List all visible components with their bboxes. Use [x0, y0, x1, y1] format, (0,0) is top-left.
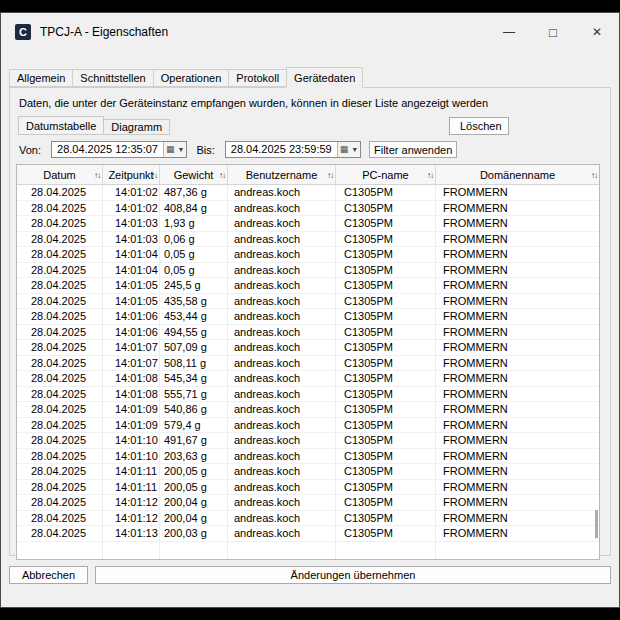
subtab-diagramm[interactable]: Diagramm	[103, 119, 170, 135]
bis-datetime-dropdown[interactable]: ▦ ▼	[337, 142, 360, 157]
table-cell: C1305PM	[336, 263, 436, 278]
column-header-domaenenname[interactable]: Domänenname↑↓	[436, 165, 599, 184]
table-cell: FROMMERN	[436, 387, 599, 402]
tab-schnittstellen[interactable]: Schnittstellen	[72, 69, 153, 87]
vertical-scrollbar[interactable]	[595, 510, 598, 538]
table-row[interactable]: 28.04.202514:01:02408,84 gandreas.kochC1…	[17, 201, 599, 217]
table-row[interactable]: 28.04.202514:01:08555,71 gandreas.kochC1…	[17, 387, 599, 403]
von-datetime-input[interactable]: 28.04.2025 12:35:07 ▦ ▼	[51, 141, 187, 158]
table-cell: 200,05 g	[160, 480, 228, 495]
table-row[interactable]: 28.04.202514:01:07507,09 gandreas.kochC1…	[17, 340, 599, 356]
close-button[interactable]: ✕	[575, 16, 619, 48]
table-row[interactable]: 28.04.202514:01:040,05 gandreas.kochC130…	[17, 263, 599, 279]
table-row[interactable]: 28.04.202514:01:11200,05 gandreas.kochC1…	[17, 480, 599, 496]
table-cell: 28.04.2025	[17, 356, 103, 371]
table-row[interactable]: 28.04.202514:01:13200,03 gandreas.kochC1…	[17, 526, 599, 542]
table-cell: FROMMERN	[436, 278, 599, 293]
table-cell: 28.04.2025	[17, 278, 103, 293]
table-cell: 435,58 g	[160, 294, 228, 309]
maximize-button[interactable]: □	[531, 16, 575, 48]
table-cell: 14:01:05	[103, 294, 160, 309]
table-cell: FROMMERN	[436, 325, 599, 340]
table-cell: 28.04.2025	[17, 480, 103, 495]
column-header-pc-name[interactable]: PC-name↑↓	[336, 165, 436, 184]
table-row[interactable]: 28.04.202514:01:040,05 gandreas.kochC130…	[17, 247, 599, 263]
table-cell: 487,36 g	[160, 185, 228, 200]
apply-changes-button[interactable]: Änderungen übernehmen	[95, 566, 611, 584]
table-cell: 540,86 g	[160, 402, 228, 417]
table-cell: 14:01:13	[103, 526, 160, 541]
table-row[interactable]: 28.04.202514:01:10203,63 gandreas.kochC1…	[17, 449, 599, 465]
filter-row: Von: 28.04.2025 12:35:07 ▦ ▼ Bis: 28.04.…	[16, 141, 604, 158]
table-cell: 14:01:12	[103, 495, 160, 510]
column-header-datum[interactable]: Datum↑↓	[17, 165, 103, 184]
table-cell: andreas.koch	[228, 464, 336, 479]
table-row[interactable]: 28.04.202514:01:05435,58 gandreas.kochC1…	[17, 294, 599, 310]
table-row[interactable]: 28.04.202514:01:11200,05 gandreas.kochC1…	[17, 464, 599, 480]
table-cell: 14:01:03	[103, 232, 160, 247]
table-cell: andreas.koch	[228, 526, 336, 541]
column-label: Domänenname	[480, 169, 555, 181]
sort-icon[interactable]: ↑↓	[151, 170, 157, 179]
column-header-benutzername[interactable]: Benutzername↑↓	[228, 165, 336, 184]
table-row[interactable]: 28.04.202514:01:09540,86 gandreas.kochC1…	[17, 402, 599, 418]
table-row[interactable]: 28.04.202514:01:12200,04 gandreas.kochC1…	[17, 511, 599, 527]
table-cell: 203,63 g	[160, 449, 228, 464]
table-cell: andreas.koch	[228, 480, 336, 495]
sort-icon[interactable]: ↑↓	[327, 170, 333, 179]
tab-geraetedaten[interactable]: Gerätedaten	[286, 67, 363, 88]
table-cell: andreas.koch	[228, 232, 336, 247]
column-header-gewicht[interactable]: Gewicht↑↓	[160, 165, 228, 184]
table-cell: 28.04.2025	[17, 201, 103, 216]
table-row[interactable]: 28.04.202514:01:030,06 gandreas.kochC130…	[17, 232, 599, 248]
tab-allgemein[interactable]: Allgemein	[9, 69, 73, 87]
sort-icon[interactable]: ↑↓	[427, 170, 433, 179]
table-cell: FROMMERN	[436, 371, 599, 386]
sort-icon[interactable]: ↑↓	[94, 170, 100, 179]
table-cell: 14:01:11	[103, 464, 160, 479]
table-cell: C1305PM	[336, 325, 436, 340]
table-cell: C1305PM	[336, 495, 436, 510]
table-row[interactable]: 28.04.202514:01:10491,67 gandreas.kochC1…	[17, 433, 599, 449]
table-row[interactable]: 28.04.202514:01:02487,36 gandreas.kochC1…	[17, 185, 599, 201]
tab-operationen[interactable]: Operationen	[153, 69, 230, 87]
table-cell: 14:01:08	[103, 387, 160, 402]
tab-protokoll[interactable]: Protokoll	[228, 69, 287, 87]
table-cell: FROMMERN	[436, 433, 599, 448]
tab-strip: AllgemeinSchnittstellenOperationenProtok…	[1, 67, 619, 87]
table-cell: 408,84 g	[160, 201, 228, 216]
von-datetime-dropdown[interactable]: ▦ ▼	[163, 142, 186, 157]
table-row[interactable]: 28.04.202514:01:06453,44 gandreas.kochC1…	[17, 309, 599, 325]
table-cell: andreas.koch	[228, 387, 336, 402]
bis-label: Bis:	[196, 144, 214, 156]
column-header-zeitpunkt[interactable]: Zeitpunkt↑↓	[103, 165, 160, 184]
table-cell: 28.04.2025	[17, 418, 103, 433]
minimize-button[interactable]: —	[487, 16, 531, 48]
table-row[interactable]: 28.04.202514:01:05245,5 gandreas.kochC13…	[17, 278, 599, 294]
table-cell: andreas.koch	[228, 402, 336, 417]
table-cell: C1305PM	[336, 511, 436, 526]
table-cell: 14:01:04	[103, 263, 160, 278]
subtab-datumstabelle[interactable]: Datumstabelle	[18, 116, 104, 135]
table-row[interactable]: 28.04.202514:01:09579,4 gandreas.kochC13…	[17, 418, 599, 434]
sort-icon[interactable]: ↑↓	[219, 170, 225, 179]
table-cell: 453,44 g	[160, 309, 228, 324]
column-label: Zeitpunkt	[108, 169, 153, 181]
table-row[interactable]: 28.04.202514:01:07508,11 gandreas.kochC1…	[17, 356, 599, 372]
bis-datetime-input[interactable]: 28.04.2025 23:59:59 ▦ ▼	[225, 141, 361, 158]
table-row[interactable]: 28.04.202514:01:08545,34 gandreas.kochC1…	[17, 371, 599, 387]
table-cell: andreas.koch	[228, 309, 336, 324]
delete-button[interactable]: Löschen	[449, 117, 509, 135]
table-cell: 14:01:08	[103, 371, 160, 386]
filter-apply-button[interactable]: Filter anwenden	[369, 141, 457, 158]
cancel-button[interactable]: Abbrechen	[9, 566, 88, 584]
table-cell: FROMMERN	[436, 480, 599, 495]
table-row[interactable]: 28.04.202514:01:031,93 gandreas.kochC130…	[17, 216, 599, 232]
table-cell: C1305PM	[336, 278, 436, 293]
table-row[interactable]: 28.04.202514:01:12200,04 gandreas.kochC1…	[17, 495, 599, 511]
app-icon: C	[15, 24, 31, 40]
table-row[interactable]: 28.04.202514:01:06494,55 gandreas.kochC1…	[17, 325, 599, 341]
sort-icon[interactable]: ↑↓	[591, 170, 597, 179]
table-cell: 14:01:04	[103, 247, 160, 262]
table-cell: andreas.koch	[228, 449, 336, 464]
